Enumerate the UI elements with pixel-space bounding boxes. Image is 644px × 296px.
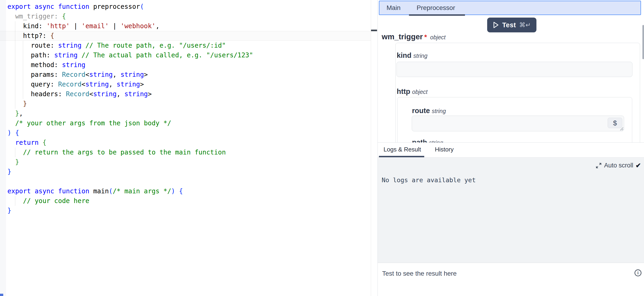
code-token: /* main args */ [113, 187, 171, 195]
code-line[interactable]: method: string [8, 60, 85, 70]
code-token: > [148, 90, 152, 98]
kind-input[interactable] [396, 62, 632, 77]
code-token: Record [58, 80, 82, 88]
code-editor[interactable]: export async function preprocessor( wm_t… [0, 0, 371, 296]
expand-icon [596, 162, 602, 168]
code-lines: export async function preprocessor( wm_t… [0, 0, 371, 296]
arg-name: wm_trigger [382, 32, 423, 41]
code-line[interactable]: } [8, 167, 11, 177]
code-line[interactable]: return { [8, 138, 46, 148]
code-line[interactable]: } [8, 99, 27, 109]
field-name: kind [397, 51, 412, 60]
code-line[interactable]: }, [8, 109, 23, 118]
code-line[interactable]: export async function preprocessor( [8, 2, 144, 12]
bottom-left-accent [0, 294, 3, 296]
code-token [8, 158, 15, 166]
code-token: // your code here [23, 197, 89, 205]
code-token: , [19, 110, 23, 117]
field-type: string [432, 108, 446, 114]
code-line[interactable]: path: string // The actual path called, … [8, 50, 253, 60]
panel-scrollbar-thumb[interactable] [642, 25, 644, 59]
code-token [8, 110, 15, 117]
code-token [54, 187, 58, 195]
code-token [8, 148, 23, 156]
code-token: // The route path, e.g. "/users/:id" [85, 42, 226, 49]
code-token: query: [8, 80, 58, 88]
field-type: string [413, 52, 428, 59]
code-token [8, 119, 15, 127]
code-token: http?: [8, 32, 50, 40]
editor-scrollbar[interactable] [371, 0, 377, 296]
checkmark-icon: ✔ [636, 162, 641, 169]
code-token: , [109, 80, 116, 88]
code-line[interactable]: /* your other args from the json body */ [8, 118, 171, 128]
code-line[interactable]: params: Record<string, string> [8, 70, 148, 80]
test-button-label: Test [502, 21, 516, 29]
code-token: path: [8, 51, 54, 59]
code-token [8, 100, 23, 108]
code-line[interactable]: query: Record<string, string> [8, 80, 144, 89]
code-token: Record [66, 90, 89, 98]
tab-history[interactable]: History [435, 143, 454, 156]
auto-scroll-toggle[interactable]: Auto scroll ✔ [596, 162, 641, 169]
field-name: http [397, 88, 410, 96]
code-line[interactable]: ) { [8, 128, 19, 138]
resize-grip-icon[interactable] [619, 126, 624, 131]
code-token: } [8, 168, 11, 176]
code-token: , [116, 90, 124, 98]
code-line[interactable]: kind: 'http' | 'email' | 'webhook', [8, 21, 160, 31]
code-token: // The actual path called, e.g. "/users/… [82, 51, 253, 59]
field-name: route [412, 106, 430, 115]
code-token: string [120, 71, 144, 78]
code-token: string [124, 90, 148, 98]
code-token: | [109, 22, 120, 30]
code-token [89, 3, 93, 10]
arg-type: object [430, 34, 446, 41]
tab-logs-result[interactable]: Logs & Result [384, 143, 421, 156]
code-line[interactable]: http?: { [8, 31, 54, 41]
code-token [39, 139, 42, 146]
code-token [11, 129, 15, 137]
code-token: { [179, 187, 183, 195]
code-token: string [89, 71, 113, 78]
active-tab-underline [409, 14, 465, 16]
code-token: string [116, 80, 140, 88]
code-line[interactable]: // return the args to be passed to the m… [8, 148, 226, 157]
code-token: preprocessor [93, 3, 140, 10]
code-token [31, 187, 35, 195]
result-placeholder-text: Test to see the result here [382, 270, 457, 277]
info-icon[interactable]: i [634, 270, 642, 276]
no-logs-message: No logs are available yet [382, 176, 476, 184]
code-token: ( [140, 3, 144, 10]
tab-preprocessor[interactable]: Preprocessor [416, 1, 455, 14]
code-token: { [42, 139, 46, 146]
code-token: string [62, 61, 85, 69]
code-token: string [58, 42, 82, 49]
code-line[interactable]: route: string // The route path, e.g. "/… [8, 41, 226, 50]
code-line[interactable]: } [8, 157, 19, 167]
schema-form-area: Main Preprocessor Test ⌘↵ wm_trigger* ob… [378, 0, 644, 142]
code-token: wm_trigger: [15, 12, 58, 20]
code-line[interactable]: headers: Record<string, string> [8, 89, 152, 99]
code-token: < [82, 80, 85, 88]
code-token: , [156, 22, 160, 30]
route-input[interactable]: $ [412, 116, 624, 131]
field-label-route: route string [412, 106, 446, 115]
code-line[interactable]: wm_trigger: { [8, 12, 66, 21]
field-label-path: path string [412, 138, 443, 142]
code-token [89, 187, 93, 195]
code-token [78, 51, 82, 59]
code-token [58, 12, 62, 20]
code-token: ) [8, 129, 11, 137]
code-token [82, 42, 85, 49]
code-line[interactable]: export async function main(/* main args … [8, 186, 183, 196]
arg-wm-trigger: wm_trigger* object [382, 32, 446, 42]
code-line[interactable]: // your code here [8, 196, 89, 206]
test-panel: Main Preprocessor Test ⌘↵ wm_trigger* ob… [378, 0, 644, 296]
required-marker: * [424, 33, 427, 41]
tab-main[interactable]: Main [386, 1, 401, 14]
code-token: method: [8, 61, 62, 69]
code-line[interactable]: } [8, 206, 11, 216]
code-token: { [15, 129, 19, 137]
test-button[interactable]: Test ⌘↵ [487, 18, 536, 32]
